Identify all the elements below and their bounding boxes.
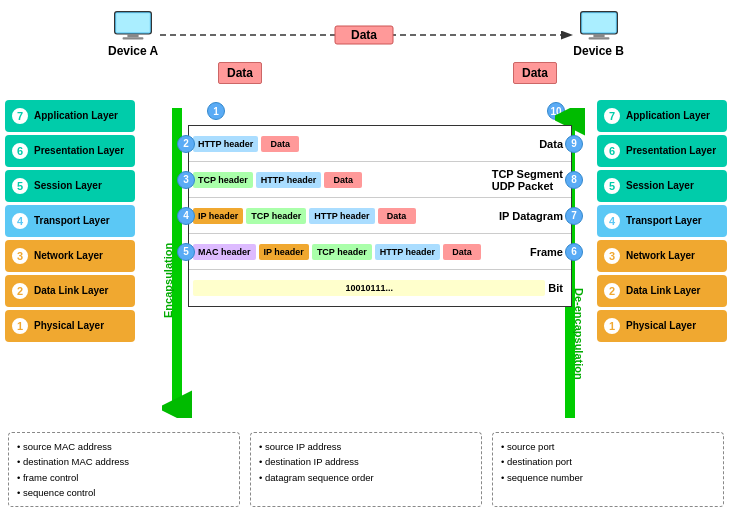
svg-rect-1 [116, 13, 150, 32]
header-box: HTTP header [375, 244, 440, 260]
device-b: Device B [573, 10, 624, 58]
osi-label: Presentation Layer [626, 145, 716, 157]
osi-item-osi-left-3: 3 Network Layer [5, 240, 135, 272]
device-b-label: Device B [573, 44, 624, 58]
note-box-2: • source port• destination port• sequenc… [492, 432, 724, 507]
osi-label: Application Layer [626, 110, 710, 122]
row-label: Frame [530, 246, 567, 258]
step-circle-right: 7 [565, 207, 583, 225]
osi-number: 2 [10, 281, 30, 301]
step-circle-left: 5 [177, 243, 195, 261]
osi-number: 6 [10, 141, 30, 161]
row-label: Data [539, 138, 567, 150]
header-box: 10010111... [193, 280, 545, 296]
note-box-1: • source IP address• destination IP addr… [250, 432, 482, 507]
osi-item-osi-right-2: 2 Data Link Layer [597, 275, 727, 307]
osi-label: Session Layer [34, 180, 102, 192]
osi-number: 5 [10, 176, 30, 196]
diagram-row-1: TCP headerHTTP headerDataTCP Segment UDP… [189, 162, 571, 198]
svg-rect-7 [588, 37, 609, 39]
diagram-row-4: 10010111...Bit [189, 270, 571, 306]
step-circle-right: 8 [565, 171, 583, 189]
osi-item-osi-left-2: 2 Data Link Layer [5, 275, 135, 307]
monitor-icon-a [113, 10, 153, 42]
osi-label: Application Layer [34, 110, 118, 122]
header-box: TCP header [246, 208, 306, 224]
svg-rect-5 [582, 13, 616, 32]
center-diagram: HTTP headerDataData29TCP headerHTTP head… [188, 125, 572, 307]
svg-rect-3 [123, 37, 144, 39]
header-box: TCP header [312, 244, 372, 260]
diagram-row-2: IP headerTCP headerHTTP headerDataIP Dat… [189, 198, 571, 234]
osi-item-osi-left-6: 6 Presentation Layer [5, 135, 135, 167]
osi-label: Presentation Layer [34, 145, 124, 157]
osi-number: 7 [602, 106, 622, 126]
monitor-icon-b [579, 10, 619, 42]
step-circle-left: 3 [177, 171, 195, 189]
note-item: • sequence control [17, 485, 231, 500]
note-box-0: • source MAC address• destination MAC ad… [8, 432, 240, 507]
svg-text:Data: Data [351, 28, 377, 42]
svg-rect-6 [593, 34, 604, 37]
header-box: IP header [193, 208, 243, 224]
header-box: HTTP header [256, 172, 321, 188]
osi-label: Session Layer [626, 180, 694, 192]
step-1-circle: 1 [207, 102, 225, 120]
header-box: HTTP header [309, 208, 374, 224]
bottom-notes: • source MAC address• destination MAC ad… [8, 432, 724, 507]
step-circle-left: 2 [177, 135, 195, 153]
osi-number: 3 [602, 246, 622, 266]
encapsulation-label: Encapsulation [162, 288, 174, 318]
osi-number: 3 [10, 246, 30, 266]
header-box: HTTP header [193, 136, 258, 152]
note-item: • destination MAC address [17, 454, 231, 469]
deencapsulation-label: De-encapsulation [573, 288, 585, 318]
osi-label: Transport Layer [34, 215, 110, 227]
osi-label: Network Layer [34, 250, 103, 262]
note-item: • destination IP address [259, 454, 473, 469]
header-box: MAC header [193, 244, 256, 260]
note-item: • datagram sequence order [259, 470, 473, 485]
data-badge-right: Data [513, 62, 557, 84]
osi-label: Physical Layer [34, 320, 104, 332]
diagram-row-3: MAC headerIP headerTCP headerHTTP header… [189, 234, 571, 270]
osi-number: 2 [602, 281, 622, 301]
osi-item-osi-left-1: 1 Physical Layer [5, 310, 135, 342]
osi-item-osi-left-5: 5 Session Layer [5, 170, 135, 202]
osi-item-osi-right-6: 6 Presentation Layer [597, 135, 727, 167]
step-circle-right: 6 [565, 243, 583, 261]
step-circle-left: 4 [177, 207, 195, 225]
osi-number: 5 [602, 176, 622, 196]
osi-item-osi-right-1: 1 Physical Layer [597, 310, 727, 342]
osi-number: 7 [10, 106, 30, 126]
header-box: IP header [259, 244, 309, 260]
row-label: Bit [548, 282, 567, 294]
header-box: Data [324, 172, 362, 188]
osi-item-osi-right-7: 7 Application Layer [597, 100, 727, 132]
osi-label: Transport Layer [626, 215, 702, 227]
top-data-arrow: Data [150, 20, 580, 50]
diagram-row-0: HTTP headerDataData29 [189, 126, 571, 162]
osi-item-osi-right-4: 4 Transport Layer [597, 205, 727, 237]
note-item: • frame control [17, 470, 231, 485]
osi-item-osi-right-3: 3 Network Layer [597, 240, 727, 272]
step-circle-right: 9 [565, 135, 583, 153]
osi-number: 1 [602, 316, 622, 336]
note-item: • source MAC address [17, 439, 231, 454]
note-item: • source IP address [259, 439, 473, 454]
osi-right-column: 7 Application Layer 6 Presentation Layer… [597, 100, 727, 342]
row-label: IP Datagram [499, 210, 567, 222]
osi-label: Data Link Layer [626, 285, 700, 297]
osi-item-osi-left-4: 4 Transport Layer [5, 205, 135, 237]
note-item: • destination port [501, 454, 715, 469]
header-box: TCP header [193, 172, 253, 188]
header-box: Data [261, 136, 299, 152]
osi-label: Data Link Layer [34, 285, 108, 297]
note-item: • source port [501, 439, 715, 454]
svg-rect-2 [128, 34, 139, 37]
data-badge-left: Data [218, 62, 262, 84]
osi-label: Network Layer [626, 250, 695, 262]
osi-item-osi-right-5: 5 Session Layer [597, 170, 727, 202]
osi-left-column: 7 Application Layer 6 Presentation Layer… [5, 100, 135, 342]
osi-item-osi-left-7: 7 Application Layer [5, 100, 135, 132]
